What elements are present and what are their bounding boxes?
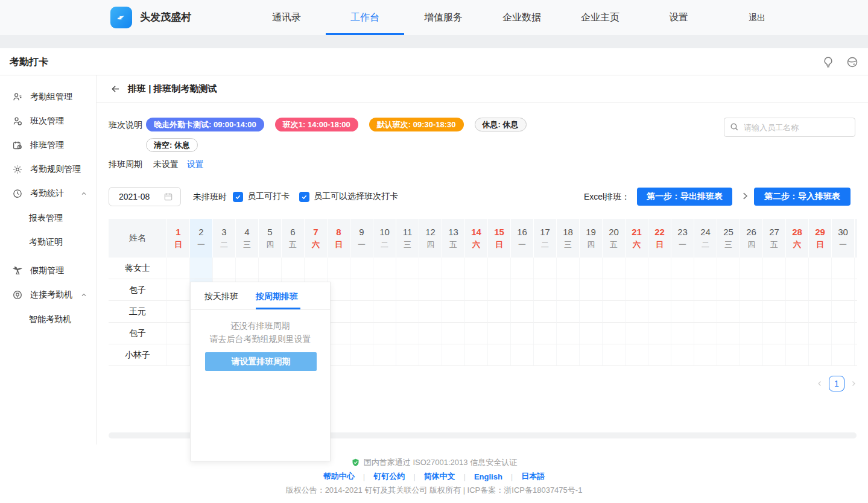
lightbulb-icon[interactable]	[822, 55, 835, 69]
month-picker[interactable]: 2021-08	[109, 187, 181, 206]
sidebar-item-考勤组管理[interactable]: 考勤组管理	[0, 85, 96, 109]
schedule-cell[interactable]	[465, 258, 488, 279]
schedule-cell[interactable]	[763, 301, 786, 323]
schedule-cell[interactable]	[488, 301, 511, 323]
schedule-cell[interactable]	[373, 344, 396, 366]
schedule-cell[interactable]	[167, 323, 190, 344]
schedule-cell[interactable]	[167, 301, 190, 323]
schedule-cell[interactable]	[328, 301, 350, 323]
schedule-cell[interactable]	[373, 323, 396, 344]
tab-by-day[interactable]: 按天排班	[204, 282, 238, 310]
schedule-cell[interactable]	[488, 258, 511, 279]
schedule-cell[interactable]	[167, 344, 190, 366]
sidebar-subitem-考勤证明[interactable]: 考勤证明	[0, 230, 96, 254]
schedule-cell[interactable]	[648, 279, 671, 301]
schedule-cell[interactable]	[832, 344, 855, 366]
dingtalk-logo-icon[interactable]	[110, 7, 132, 28]
schedule-cell[interactable]	[671, 258, 694, 279]
schedule-cell[interactable]	[648, 344, 671, 366]
schedule-cell[interactable]	[396, 323, 419, 344]
schedule-cell[interactable]	[328, 323, 350, 344]
sidebar-item-考勤规则管理[interactable]: 考勤规则管理	[0, 157, 96, 182]
schedule-cell[interactable]	[259, 258, 282, 279]
schedule-cell[interactable]	[786, 258, 809, 279]
schedule-cell[interactable]	[557, 258, 580, 279]
schedule-cell[interactable]	[167, 279, 190, 301]
chevron-up-icon[interactable]	[80, 190, 87, 197]
nav-item-通讯录[interactable]: 通讯录	[247, 0, 326, 35]
schedule-cell[interactable]	[167, 258, 190, 279]
schedule-cell[interactable]	[671, 323, 694, 344]
schedule-cell[interactable]	[236, 258, 259, 279]
schedule-cell[interactable]	[465, 301, 488, 323]
schedule-cell[interactable]	[350, 344, 373, 366]
set-cycle-button[interactable]: 请设置排班周期	[205, 352, 317, 371]
tab-by-cycle[interactable]: 按周期排班	[256, 282, 298, 310]
schedule-cell[interactable]	[350, 258, 373, 279]
schedule-cell[interactable]	[740, 301, 763, 323]
schedule-cell[interactable]	[717, 258, 740, 279]
schedule-cell[interactable]	[671, 279, 694, 301]
schedule-cell[interactable]	[717, 279, 740, 301]
schedule-cell[interactable]	[786, 301, 809, 323]
schedule-cell[interactable]	[442, 258, 465, 279]
nav-item-企业数据[interactable]: 企业数据	[483, 0, 561, 35]
schedule-cell[interactable]	[396, 344, 419, 366]
schedule-cell[interactable]	[442, 344, 465, 366]
schedule-cell[interactable]	[855, 258, 857, 279]
nav-item-退出[interactable]: 退出	[718, 0, 796, 35]
schedule-cell[interactable]	[350, 279, 373, 301]
cycle-set-link[interactable]: 设置	[187, 159, 204, 169]
schedule-cell[interactable]	[534, 344, 557, 366]
schedule-cell[interactable]	[603, 323, 626, 344]
schedule-cell[interactable]	[465, 344, 488, 366]
schedule-cell[interactable]	[626, 323, 648, 344]
schedule-cell[interactable]	[694, 344, 717, 366]
schedule-cell[interactable]	[580, 258, 603, 279]
export-schedule-button[interactable]: 第一步：导出排班表	[637, 188, 732, 206]
schedule-cell[interactable]	[648, 258, 671, 279]
import-schedule-button[interactable]: 第二步：导入排班表	[754, 188, 851, 206]
schedule-cell[interactable]	[511, 279, 534, 301]
schedule-cell[interactable]	[648, 323, 671, 344]
schedule-cell[interactable]	[328, 258, 350, 279]
nav-item-工作台[interactable]: 工作台	[326, 0, 404, 35]
schedule-cell[interactable]	[603, 344, 626, 366]
schedule-cell[interactable]	[580, 279, 603, 301]
schedule-cell[interactable]	[626, 258, 648, 279]
schedule-cell[interactable]	[557, 301, 580, 323]
schedule-cell[interactable]	[626, 279, 648, 301]
schedule-cell[interactable]	[626, 301, 648, 323]
sidebar-item-排班管理[interactable]: 排班管理	[0, 133, 96, 157]
schedule-cell[interactable]	[534, 258, 557, 279]
schedule-cell[interactable]	[671, 344, 694, 366]
schedule-cell[interactable]	[419, 323, 442, 344]
schedule-cell[interactable]	[534, 279, 557, 301]
schedule-cell[interactable]	[648, 301, 671, 323]
schedule-cell[interactable]	[603, 279, 626, 301]
next-page-icon[interactable]	[848, 376, 859, 391]
schedule-cell[interactable]	[832, 323, 855, 344]
schedule-cell[interactable]	[465, 279, 488, 301]
schedule-cell[interactable]	[396, 301, 419, 323]
nav-item-设置[interactable]: 设置	[639, 0, 718, 35]
sidebar-item-班次管理[interactable]: 班次管理	[0, 109, 96, 133]
schedule-cell[interactable]	[763, 258, 786, 279]
schedule-cell[interactable]	[511, 323, 534, 344]
checkbox-option[interactable]: 员工可打卡	[233, 191, 290, 202]
schedule-cell[interactable]	[488, 344, 511, 366]
chevron-up-icon[interactable]	[80, 291, 87, 299]
schedule-cell[interactable]	[786, 323, 809, 344]
schedule-cell[interactable]	[373, 279, 396, 301]
schedule-cell[interactable]	[557, 344, 580, 366]
footer-link-简体中文[interactable]: 简体中文	[424, 471, 455, 482]
schedule-cell[interactable]	[350, 323, 373, 344]
schedule-cell[interactable]	[465, 323, 488, 344]
sidebar-subitem-报表管理[interactable]: 报表管理	[0, 206, 96, 230]
schedule-cell[interactable]	[603, 301, 626, 323]
schedule-cell[interactable]	[557, 279, 580, 301]
schedule-cell[interactable]	[832, 279, 855, 301]
schedule-cell[interactable]	[694, 301, 717, 323]
sidebar-item-假期管理[interactable]: 假期管理	[0, 259, 96, 283]
sidebar-item-连接考勤机[interactable]: 连接考勤机	[0, 283, 96, 307]
